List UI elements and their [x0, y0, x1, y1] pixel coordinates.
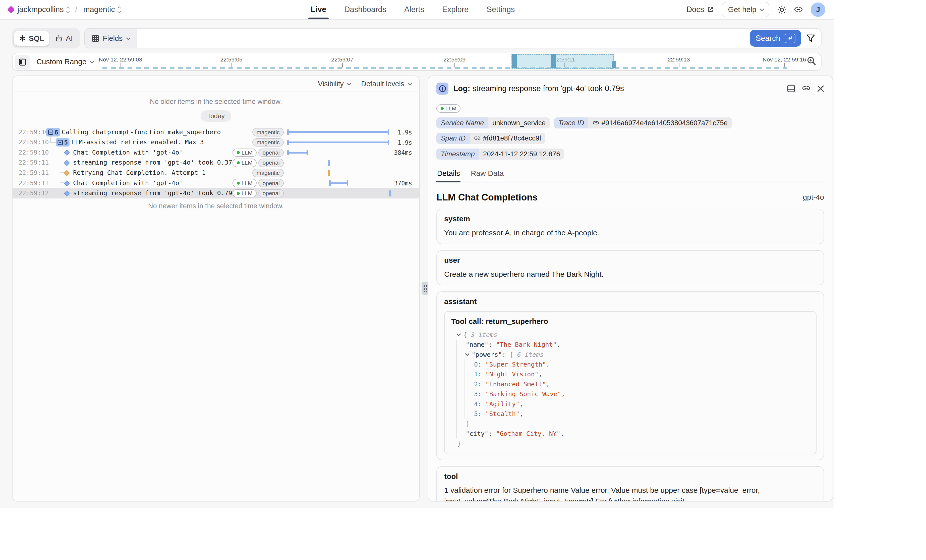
log-row[interactable]: 22:59:10 5 LLM-assisted retries enabled.…: [12, 137, 419, 148]
query-input[interactable]: [137, 29, 750, 48]
llm-badge: LLM: [436, 104, 460, 113]
collapse-minus-icon: [57, 140, 63, 145]
copy-link-button[interactable]: [802, 84, 810, 92]
log-tags: magentic: [252, 138, 284, 146]
collapse-span-badge[interactable]: 6: [46, 128, 60, 136]
log-time: 22:59:11: [18, 159, 49, 166]
tag-magentic: magentic: [252, 169, 284, 177]
instant-tick: [328, 170, 330, 176]
share-link-button[interactable]: [794, 5, 803, 14]
timeline-tick: 22:59:05: [220, 56, 242, 63]
log-row-selected[interactable]: 22:59:12 streaming response from 'gpt-4o…: [12, 188, 419, 198]
fields-label: Fields: [103, 34, 123, 43]
chevron-up-down-icon: [118, 7, 121, 12]
theme-toggle-button[interactable]: [777, 5, 787, 14]
message-card-system: system You are professor A, in charge of…: [436, 209, 824, 244]
nav-tab-dashboards[interactable]: Dashboards: [344, 0, 386, 19]
tool-call-title: Tool call: return_superhero: [451, 317, 809, 326]
search-button[interactable]: Search: [750, 30, 802, 47]
message-text: Create a new superhero named The Bark Ni…: [444, 269, 816, 279]
timeline-zoom-in-button[interactable]: [807, 56, 816, 66]
role-label: user: [444, 256, 816, 264]
trace-id-attribute: Trace ID #9146a6974e4e6140538043607a71c7…: [554, 118, 732, 128]
span-id-value[interactable]: #fd81e8f78c4ecc9f: [470, 133, 545, 144]
duration-label: 370ms: [380, 180, 412, 187]
nav-tab-settings[interactable]: Settings: [487, 0, 515, 19]
role-label: system: [444, 214, 816, 223]
default-levels-label: Default levels: [361, 80, 404, 88]
filter-button[interactable]: [806, 34, 815, 42]
log-row[interactable]: 22:59:10 Chat Completion with 'gpt-4o' L…: [12, 148, 419, 158]
tag-openai: openai: [258, 158, 284, 167]
timeline-tick: 22:59:13: [668, 56, 690, 63]
docs-link[interactable]: Docs: [687, 5, 714, 14]
log-row[interactable]: 22:59:10 6 Calling chatprompt-function m…: [12, 127, 419, 137]
today-pill[interactable]: Today: [201, 110, 232, 122]
service-name-label: Service Name: [436, 118, 488, 128]
user-avatar[interactable]: J: [811, 3, 825, 17]
org-selector[interactable]: jackmpcollins: [17, 5, 69, 14]
timeline-selection[interactable]: [511, 54, 614, 69]
fields-button[interactable]: Fields: [85, 29, 137, 48]
detail-header: Log: streaming response from 'gpt-4o' to…: [436, 83, 824, 95]
tag-llm: LLM: [233, 158, 257, 167]
log-tags: magentic: [252, 169, 284, 177]
breadcrumb-separator: /: [75, 5, 77, 14]
no-newer-items-note: No newer items in the selected time wind…: [12, 202, 419, 210]
project-selector[interactable]: magentic: [83, 5, 120, 14]
link-icon: [794, 5, 803, 14]
log-title-text: streaming response from 'gpt-4o' took 0.…: [472, 84, 624, 93]
duration-bar: [287, 142, 389, 143]
get-help-button[interactable]: Get help: [722, 2, 770, 17]
log-time: 22:59:12: [18, 189, 49, 197]
dock-panel-button[interactable]: [787, 84, 795, 92]
ai-label: AI: [66, 34, 73, 43]
duration-label: 1.9s: [380, 129, 412, 136]
log-row[interactable]: 22:59:11 Chat Completion with 'gpt-4o' L…: [12, 178, 419, 189]
sql-mode-button[interactable]: SQL: [14, 31, 50, 46]
duration-bar: [287, 152, 308, 154]
role-label: tool: [444, 472, 816, 481]
close-button[interactable]: [817, 85, 824, 92]
tab-details[interactable]: Details: [436, 167, 460, 182]
collapse-span-badge[interactable]: 5: [56, 138, 70, 146]
role-label: assistant: [444, 297, 816, 306]
service-name-attribute: Service Name unknown_service: [436, 118, 549, 128]
asterisk-icon: [19, 35, 26, 42]
default-levels-dropdown[interactable]: Default levels: [361, 80, 411, 88]
tool-call-json[interactable]: { 3 items"name": "The Bark Night","power…: [451, 330, 809, 448]
chevron-down-icon: [126, 36, 130, 40]
llm-badge-row: LLM: [436, 101, 824, 113]
instant-tick: [328, 160, 330, 166]
trace-id-value[interactable]: #9146a6974e4e6140538043607a71c75e: [588, 118, 732, 128]
nav-tab-live[interactable]: Live: [310, 0, 326, 19]
tag-llm: LLM: [233, 189, 257, 198]
sun-icon: [777, 5, 787, 14]
llm-dot-icon: [441, 107, 444, 110]
log-time: 22:59:11: [18, 180, 49, 187]
collapse-sidebar-button[interactable]: [15, 55, 30, 69]
nav-tab-explore[interactable]: Explore: [442, 0, 469, 19]
magnifier-plus-icon: [807, 56, 816, 66]
breadcrumb: jackmpcollins / magentic: [8, 5, 120, 14]
chevron-down-icon: [90, 59, 94, 63]
log-message: Chat Completion with 'gpt-4o': [73, 180, 183, 187]
docs-label: Docs: [687, 5, 704, 14]
tag-magentic: magentic: [252, 138, 284, 146]
log-label: Log:: [453, 84, 470, 93]
chevron-down-icon: [347, 81, 351, 86]
logfire-logo-icon: [7, 6, 15, 13]
detail-title: Log: streaming response from 'gpt-4o' to…: [453, 84, 782, 93]
histogram-bar: [551, 54, 556, 68]
main-panels: Visibility Default levels No older items…: [12, 75, 834, 501]
log-time: 22:59:11: [18, 169, 49, 177]
ai-mode-button[interactable]: AI: [50, 31, 78, 46]
tab-raw-data[interactable]: Raw Data: [470, 167, 504, 182]
log-row[interactable]: 22:59:11 streaming response from 'gpt-4o…: [12, 158, 419, 168]
log-message: streaming response from 'gpt-4o' took 0.…: [73, 189, 236, 197]
time-range-selector[interactable]: Custom Range: [36, 53, 93, 70]
topbar-actions: Docs Get help J: [687, 2, 825, 17]
log-row[interactable]: 22:59:11 Retrying Chat Completion. Attem…: [12, 168, 419, 178]
nav-tab-alerts[interactable]: Alerts: [404, 0, 424, 19]
visibility-dropdown[interactable]: Visibility: [318, 80, 350, 88]
